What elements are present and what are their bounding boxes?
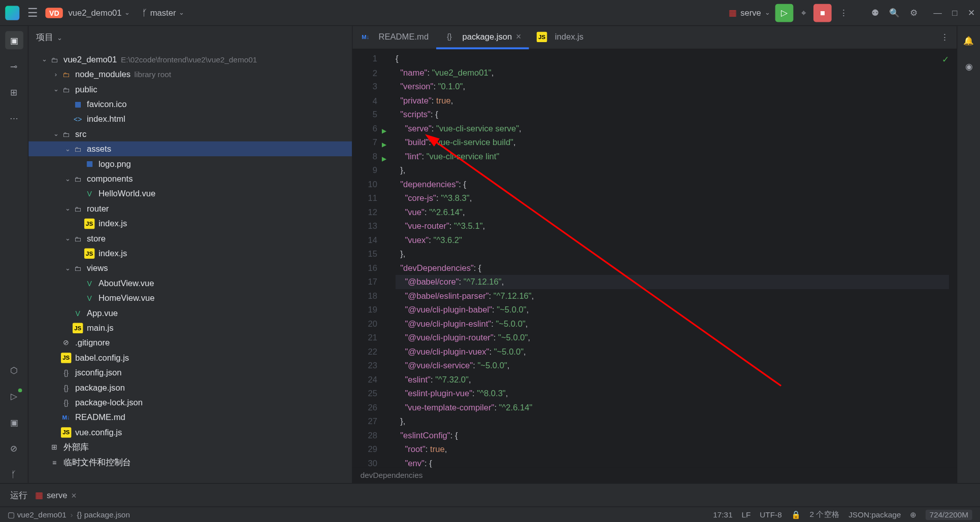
problems-tool-icon[interactable]: ⊘ <box>5 439 23 457</box>
tree-item-index-js[interactable]: JSindex.js <box>28 216 352 231</box>
project-selector[interactable]: vue2_demo01 ⌄ <box>68 8 129 17</box>
status-lock-icon[interactable]: 🔒 <box>791 510 801 519</box>
close-icon[interactable]: × <box>516 31 521 41</box>
project-tool-icon[interactable]: ▣ <box>5 31 23 49</box>
tree-item-vue-config-js[interactable]: JSvue.config.js <box>28 425 352 439</box>
more-tool-icon[interactable]: ⋯ <box>5 109 23 127</box>
file-icon: ▦ <box>84 159 94 169</box>
status-project[interactable]: ▢ vue2_demo01 <box>8 510 66 519</box>
ai-assistant-icon[interactable]: ◉ <box>960 57 978 75</box>
status-memory[interactable]: 724/2200M <box>926 509 972 519</box>
status-eol[interactable]: LF <box>742 510 751 519</box>
run-tool-icon[interactable]: ▷ <box>5 387 23 405</box>
tree-item-node-modules[interactable]: ›🗀node_moduleslibrary root <box>28 67 352 82</box>
tree-item-homeview-vue[interactable]: VHomeView.vue <box>28 291 352 305</box>
services-tool-icon[interactable]: ⬡ <box>5 361 23 379</box>
tree-item-package-lock-json[interactable]: {}package-lock.json <box>28 395 352 409</box>
vcs-tool-icon[interactable]: ᚶ <box>5 465 23 483</box>
file-name: 临时文件和控制台 <box>63 456 131 468</box>
file-icon: {} <box>61 367 71 377</box>
close-icon[interactable]: × <box>71 490 76 500</box>
project-panel: 项目 ⌄ ⌄🗀vue2_demo01E:\02code\frontend\vue… <box>28 26 352 483</box>
tree-item-babel-config-js[interactable]: JSbabel.config.js <box>28 350 352 365</box>
window-maximize-button[interactable]: □ <box>952 8 957 17</box>
file-icon: V <box>73 308 83 318</box>
tree-item-logo-png[interactable]: ▦logo.png <box>28 156 352 171</box>
vcs-branch[interactable]: ᚶ master ⌄ <box>142 8 183 17</box>
tree-item-favicon-ico[interactable]: ▦favicon.ico <box>28 96 352 111</box>
tree-item--gitignore[interactable]: ⊘.gitignore <box>28 335 352 350</box>
editor-breadcrumb[interactable]: devDependencies <box>352 468 957 483</box>
file-meta: E:\02code\frontend\vue2\vue2_demo01 <box>121 55 257 64</box>
tree-item-app-vue[interactable]: VApp.vue <box>28 305 352 320</box>
status-file[interactable]: {} package.json <box>77 510 130 519</box>
tree-item-assets[interactable]: ⌄🗀assets <box>28 142 352 156</box>
status-lang[interactable]: JSON:package <box>848 510 901 519</box>
tree-item-store[interactable]: ⌄🗀store <box>28 231 352 246</box>
project-panel-header[interactable]: 项目 ⌄ <box>28 26 352 49</box>
run-tab-serve[interactable]: ▦ serve × <box>35 490 77 500</box>
commit-tool-icon[interactable]: ⊸ <box>5 57 23 75</box>
tree-item-jsconfig-json[interactable]: {}jsconfig.json <box>28 365 352 380</box>
file-icon: JS <box>537 31 547 42</box>
file-name: README.md <box>75 412 125 422</box>
file-name: index.js <box>99 249 127 258</box>
stop-button[interactable]: ■ <box>813 4 832 22</box>
window-close-button[interactable]: ✕ <box>968 8 975 17</box>
run-config-selector[interactable]: ▦ serve ⌄ <box>729 8 770 17</box>
file-name: package.json <box>75 382 125 392</box>
run-button[interactable]: ▷ <box>775 4 794 22</box>
file-name: babel.config.js <box>75 353 129 362</box>
tree-item-helloworld-vue[interactable]: VHelloWorld.vue <box>28 186 352 201</box>
file-name: AboutView.vue <box>99 278 154 288</box>
settings-icon[interactable]: ⚙ <box>907 5 921 20</box>
tree-item-public[interactable]: ⌄🗀public <box>28 82 352 96</box>
inspection-ok-icon[interactable]: ✓ <box>942 54 949 64</box>
file-icon: ⊘ <box>61 337 71 347</box>
tree-item-aboutview-vue[interactable]: VAboutView.vue <box>28 275 352 290</box>
file-name: 外部库 <box>63 441 89 453</box>
file-icon: 🗀 <box>61 84 71 94</box>
file-name: vue2_demo01 <box>63 54 117 64</box>
project-badge: VD <box>45 8 63 18</box>
search-icon[interactable]: 🔍 <box>887 5 902 20</box>
tab-actions-icon[interactable]: ⋮ <box>933 32 957 42</box>
tree-item----[interactable]: ⊞外部库 <box>28 440 352 455</box>
tree-item-src[interactable]: ⌄🗀src <box>28 126 352 141</box>
tree-item-components[interactable]: ⌄🗀components <box>28 171 352 186</box>
code-with-me-icon[interactable]: ⚉ <box>869 5 882 20</box>
file-icon: M↓ <box>61 412 71 422</box>
notifications-icon[interactable]: 🔔 <box>960 31 978 49</box>
tree-item-vue2-demo01[interactable]: ⌄🗀vue2_demo01E:\02code\frontend\vue2\vue… <box>28 52 352 66</box>
status-indent[interactable]: 2 个空格 <box>810 509 840 520</box>
editor-gutter[interactable]: 123456▶7▶8▶91011121314151617181920212223… <box>352 49 383 467</box>
tree-item-package-json[interactable]: {}package.json <box>28 380 352 395</box>
file-icon: JS <box>73 323 83 333</box>
file-icon: JS <box>61 353 71 363</box>
window-minimize-button[interactable]: — <box>933 8 942 17</box>
tree-item-readme-md[interactable]: M↓README.md <box>28 410 352 425</box>
file-icon: M↓ <box>361 31 371 42</box>
tree-item---------[interactable]: ≡临时文件和控制台 <box>28 455 352 469</box>
tab-index-js[interactable]: JSindex.js <box>529 26 592 49</box>
tab-package-json[interactable]: {}package.json× <box>436 26 529 49</box>
more-actions-icon[interactable]: ⋮ <box>837 5 851 20</box>
status-time: 17:31 <box>713 510 732 519</box>
status-reader-icon[interactable]: ⊕ <box>910 510 917 519</box>
file-name: .gitignore <box>75 338 110 347</box>
tree-item-index-js[interactable]: JSindex.js <box>28 246 352 260</box>
tree-item-router[interactable]: ⌄🗀router <box>28 201 352 216</box>
tree-item-views[interactable]: ⌄🗀views <box>28 261 352 275</box>
structure-tool-icon[interactable]: ⊞ <box>5 83 23 101</box>
right-tool-rail: 🔔 ◉ <box>957 26 980 483</box>
project-tree[interactable]: ⌄🗀vue2_demo01E:\02code\frontend\vue2\vue… <box>28 49 352 483</box>
main-menu-button[interactable]: ☰ <box>25 3 41 22</box>
terminal-tool-icon[interactable]: ▣ <box>5 413 23 431</box>
tree-item-index-html[interactable]: <>index.html <box>28 112 352 126</box>
status-encoding[interactable]: UTF-8 <box>760 510 781 519</box>
tab-readme-md[interactable]: M↓README.md <box>352 26 436 49</box>
tree-item-main-js[interactable]: JSmain.js <box>28 320 352 335</box>
editor-content[interactable]: { "name": "vue2_demo01", "version": "0.1… <box>384 49 957 467</box>
debug-button[interactable]: ⌖ <box>799 5 808 21</box>
file-name: src <box>75 129 86 138</box>
